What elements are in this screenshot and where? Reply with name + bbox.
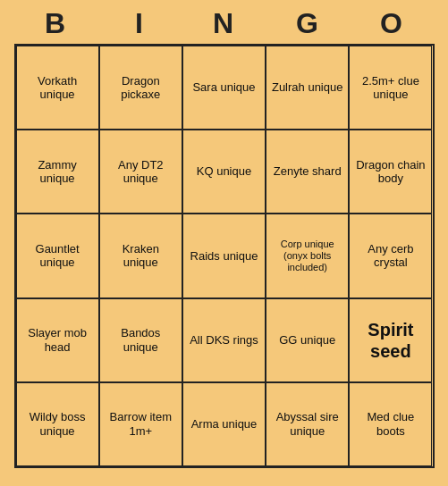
bingo-cell-12: Raids unique (182, 214, 266, 297)
bingo-cell-8: Zenyte shard (266, 130, 349, 214)
bingo-cell-6: Any DT2 unique (99, 130, 182, 214)
bingo-cell-18: GG unique (266, 298, 349, 382)
bingo-cell-10: Gauntlet unique (16, 214, 99, 297)
title-b: B (18, 7, 95, 40)
bingo-cell-13: Corp unique (onyx bolts included) (266, 214, 349, 297)
bingo-cell-0: Vorkath unique (16, 46, 99, 130)
bingo-cell-21: Barrow item 1m+ (99, 382, 182, 466)
title-i: I (102, 7, 179, 40)
bingo-cell-11: Kraken unique (99, 214, 182, 297)
bingo-cell-20: Wildy boss unique (16, 382, 99, 466)
bingo-cell-3: Zulrah unique (266, 46, 349, 130)
bingo-cell-16: Bandos unique (99, 298, 182, 382)
bingo-title: B I N G O (14, 0, 435, 44)
bingo-cell-7: KQ unique (182, 130, 266, 214)
bingo-cell-22: Arma unique (182, 382, 266, 466)
bingo-cell-23: Abyssal sire unique (266, 382, 349, 466)
bingo-cell-24: Med clue boots (349, 382, 432, 466)
bingo-cell-2: Sara unique (182, 46, 266, 130)
bingo-cell-1: Dragon pickaxe (99, 46, 182, 130)
title-o: O (354, 7, 431, 40)
bingo-cell-5: Zammy unique (16, 130, 99, 214)
bingo-cell-19: Spirit seed (349, 298, 432, 382)
title-n: N (186, 7, 263, 40)
bingo-cell-4: 2.5m+ clue unique (349, 46, 432, 130)
bingo-cell-15: Slayer mob head (16, 298, 99, 382)
bingo-cell-14: Any cerb crystal (349, 214, 432, 297)
bingo-cell-9: Dragon chain body (349, 130, 432, 214)
bingo-cell-17: All DKS rings (182, 298, 266, 382)
title-g: G (270, 7, 347, 40)
bingo-grid: Vorkath uniqueDragon pickaxeSara uniqueZ… (14, 44, 435, 468)
